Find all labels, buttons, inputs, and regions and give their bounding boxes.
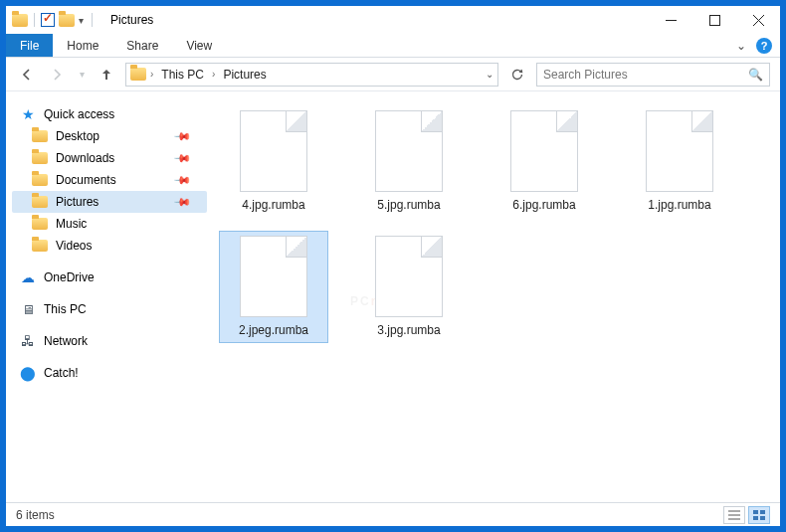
status-item-count: 6 items — [16, 508, 55, 522]
sidebar-quick-access[interactable]: ★ Quick access — [12, 103, 207, 125]
svg-rect-7 — [753, 510, 758, 514]
svg-rect-8 — [760, 510, 765, 514]
file-item[interactable]: 4.jpg.rumba — [219, 105, 328, 217]
search-input[interactable] — [543, 68, 748, 82]
nav-pane: ★ Quick access Desktop📌Downloads📌Documen… — [6, 91, 213, 502]
sidebar-item-music[interactable]: Music — [12, 213, 207, 235]
search-box[interactable]: 🔍 — [536, 63, 770, 87]
sidebar-item-label: Videos — [56, 239, 92, 253]
tab-view[interactable]: View — [172, 34, 226, 57]
breadcrumb-label: Pictures — [223, 68, 266, 82]
file-item[interactable]: 5.jpg.rumba — [354, 105, 464, 217]
sidebar-item-label: Downloads — [56, 151, 114, 165]
file-name: 1.jpg.rumba — [648, 198, 710, 212]
folder-icon — [32, 238, 48, 254]
catch-icon: ⬤ — [20, 365, 36, 381]
address-bar[interactable]: › This PC › Pictures ⌄ — [125, 63, 498, 87]
tab-share[interactable]: Share — [112, 34, 172, 57]
file-view[interactable]: 4.jpg.rumba5.jpg.rumba6.jpg.rumba1.jpg.r… — [213, 91, 780, 502]
file-name: 4.jpg.rumba — [242, 198, 304, 212]
folder-icon — [32, 128, 48, 144]
window-title: Pictures — [110, 13, 153, 27]
chevron-right-icon[interactable]: › — [212, 69, 215, 80]
file-name: 3.jpg.rumba — [377, 323, 440, 337]
pin-icon: 📌 — [172, 126, 191, 145]
ribbon-expand-icon[interactable]: ⌄ — [736, 39, 746, 53]
sidebar-item-pictures[interactable]: Pictures📌 — [12, 191, 207, 213]
sidebar-item-label: OneDrive — [44, 270, 95, 284]
ribbon: File Home Share View ⌄ ? — [6, 34, 780, 58]
maximize-button[interactable] — [692, 6, 736, 34]
sidebar-item-videos[interactable]: Videos — [12, 235, 207, 257]
folder-app-icon — [12, 12, 28, 28]
qat-properties-icon[interactable] — [41, 13, 55, 27]
refresh-button[interactable] — [506, 64, 528, 86]
file-thumbnail-icon — [646, 110, 713, 192]
folder-icon — [32, 216, 48, 232]
file-thumbnail-icon — [240, 110, 307, 192]
sidebar-item-downloads[interactable]: Downloads📌 — [12, 147, 207, 169]
address-dropdown-icon[interactable]: ⌄ — [486, 69, 493, 80]
title-separator — [92, 13, 93, 27]
file-thumbnail-icon — [510, 110, 578, 192]
sidebar-item-label: This PC — [44, 302, 87, 316]
thumbnails-view-button[interactable] — [748, 506, 770, 524]
chevron-right-icon[interactable]: › — [150, 69, 153, 80]
star-icon: ★ — [20, 106, 36, 122]
sidebar-item-label: Quick access — [44, 107, 114, 121]
sidebar-item-documents[interactable]: Documents📌 — [12, 169, 207, 191]
sidebar-item-label: Documents — [56, 173, 116, 187]
svg-rect-1 — [709, 15, 719, 25]
file-tab[interactable]: File — [6, 34, 53, 57]
back-button[interactable] — [16, 64, 38, 86]
sidebar-onedrive[interactable]: ☁ OneDrive — [12, 266, 207, 288]
pin-icon: 📌 — [172, 170, 191, 189]
pin-icon: 📌 — [172, 192, 191, 211]
navbar: ▾ › This PC › Pictures ⌄ 🔍 — [6, 58, 780, 91]
pin-icon: 📌 — [172, 148, 191, 167]
file-item[interactable]: 3.jpg.rumba — [354, 231, 464, 342]
folder-icon — [32, 150, 48, 166]
breadcrumb-label: This PC — [161, 68, 204, 82]
tab-home[interactable]: Home — [53, 34, 112, 57]
sidebar-item-label: Catch! — [44, 366, 79, 380]
address-folder-icon — [130, 67, 146, 83]
forward-button[interactable] — [46, 64, 68, 86]
file-name: 2.jpeg.rumba — [239, 323, 308, 337]
file-item[interactable]: 2.jpeg.rumba — [219, 231, 328, 342]
svg-rect-10 — [760, 516, 765, 520]
sidebar-item-label: Desktop — [56, 129, 99, 143]
details-view-button[interactable] — [723, 506, 745, 524]
breadcrumb[interactable]: This PC — [157, 68, 208, 82]
minimize-button[interactable] — [649, 6, 692, 34]
sidebar-item-desktop[interactable]: Desktop📌 — [12, 125, 207, 147]
sidebar-catch[interactable]: ⬤ Catch! — [12, 362, 207, 384]
sidebar-item-label: Music — [56, 217, 87, 231]
recent-dropdown-icon[interactable]: ▾ — [76, 64, 88, 86]
cloud-icon: ☁ — [20, 269, 36, 285]
file-name: 6.jpg.rumba — [512, 198, 575, 212]
search-icon[interactable]: 🔍 — [748, 68, 763, 82]
help-icon[interactable]: ? — [756, 38, 772, 54]
folder-icon — [32, 172, 48, 188]
file-name: 5.jpg.rumba — [377, 198, 440, 212]
sidebar-thispc[interactable]: 🖥 This PC — [12, 298, 207, 320]
status-bar: 6 items — [6, 502, 780, 526]
breadcrumb[interactable]: Pictures — [219, 68, 270, 82]
folder-icon — [32, 194, 48, 210]
file-item[interactable]: 6.jpg.rumba — [490, 105, 599, 217]
svg-rect-9 — [753, 516, 758, 520]
network-icon: 🖧 — [20, 333, 36, 349]
pc-icon: 🖥 — [20, 301, 36, 317]
file-thumbnail-icon — [240, 236, 307, 317]
qat-newfolder-icon[interactable] — [59, 12, 75, 28]
sidebar-item-label: Network — [44, 334, 88, 348]
close-button[interactable] — [736, 6, 780, 34]
titlebar: ▾ Pictures — [6, 6, 780, 34]
qat-separator — [34, 13, 35, 27]
qat-dropdown-icon[interactable]: ▾ — [79, 15, 84, 26]
file-item[interactable]: 1.jpg.rumba — [625, 105, 734, 217]
up-button[interactable] — [96, 64, 117, 86]
sidebar-network[interactable]: 🖧 Network — [12, 330, 207, 352]
file-thumbnail-icon — [375, 110, 443, 192]
